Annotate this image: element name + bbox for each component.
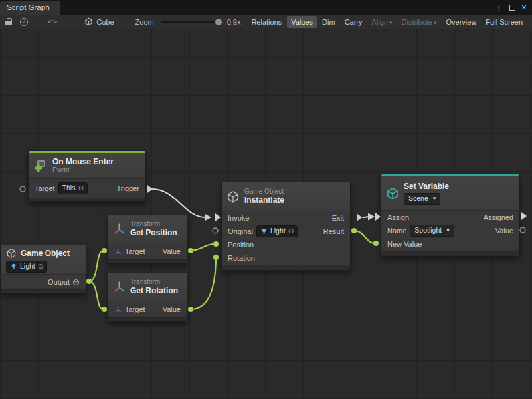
lock-icon[interactable] [5,21,12,25]
node-instantiate[interactable]: Game Object Instantiate Invoke Exit Orig… [221,182,351,271]
port-onmouseenter-trigger-out[interactable] [147,185,153,193]
node-title: Instantiate [244,196,284,205]
carry-button[interactable]: Carry [341,16,367,28]
node-set-variable[interactable]: Set Variable Scene ▾ Assign Assigned Nam… [381,174,520,257]
zoom-value: 0.9x [227,18,241,26]
output-port-label: Output [48,278,70,286]
variable-icon [386,187,399,200]
node-get-rotation[interactable]: Transform Get Rotation Target Value [108,273,187,322]
dim-button[interactable]: Dim [318,16,339,28]
port-setvariable-value-out[interactable] [520,227,525,233]
node-footer [108,259,187,263]
window-buttons: ⋮ × [495,0,532,15]
distribute-dropdown[interactable]: Distribute▾ [398,16,441,28]
wire-exit-to-assign [363,217,369,217]
original-object-chip[interactable]: Light ⊙ [256,225,298,237]
wire-arrowhead [205,214,211,221]
transform-axis-icon [114,248,122,255]
port-getrotation-value-out[interactable] [188,307,193,312]
cube-icon [72,279,80,286]
overview-button[interactable]: Overview [442,16,481,28]
node-get-position[interactable]: Transform Get Position Target Value [108,215,187,264]
name-port-label: Name [387,227,406,235]
port-getrotation-target-in[interactable] [102,307,107,312]
node-footer [1,289,86,293]
node-header: On Mouse Enter Event [29,153,145,179]
port-gameobject-output-out[interactable] [86,279,92,284]
port-getposition-target-in[interactable] [102,248,107,253]
node-footer [222,265,350,270]
cube-icon [84,17,93,26]
object-picker-icon[interactable]: ⊙ [288,227,294,235]
close-icon[interactable]: × [521,3,527,12]
chevron-down-icon: ▾ [433,195,436,203]
graph-canvas[interactable]: On Mouse Enter Event Target This ⊙ Trigg… [0,29,532,399]
node-category: Transform [130,220,177,228]
target-object-chip[interactable]: This ⊙ [58,182,88,194]
full-screen-button[interactable]: Full Screen [482,16,527,28]
light-icon [260,227,268,235]
wire-arrowhead [368,213,375,221]
exit-port-label: Exit [332,214,344,222]
node-on-mouse-enter[interactable]: On Mouse Enter Event Target This ⊙ Trigg… [28,150,146,202]
node-title: Game Object [21,249,70,258]
zoom-slider-track[interactable] [161,21,222,23]
node-title: Get Position [130,228,177,237]
relations-button[interactable]: Relations [247,16,286,28]
port-setvariable-newvalue-in[interactable] [373,241,379,246]
assigned-port-label: Assigned [484,213,513,221]
node-category: Transform [130,278,178,286]
wire-getrotation-value-to-rotation [191,259,216,309]
window-tab-bar: Script Graph ⋮ × [0,0,532,15]
node-title: On Mouse Enter [52,157,114,166]
graph-toolbar: i <> Cube Zoom 0.9x Relations Values Dim… [0,15,532,29]
target-port-label: Target [35,184,55,192]
zoom-slider[interactable] [161,18,222,26]
light-object-chip[interactable]: Light ⊙ [6,261,47,273]
object-picker-icon[interactable]: ⊙ [78,184,83,192]
node-game-object-light[interactable]: Game Object Light ⊙ Output [0,245,86,294]
align-dropdown[interactable]: Align▾ [368,16,397,28]
wire-output-to-getrotation-target [89,281,103,309]
port-instantiate-invoke-in[interactable] [215,213,221,221]
port-instantiate-original-in[interactable] [213,228,218,233]
light-icon [10,263,17,270]
graph-context-label: Cube [96,18,114,26]
target-object-value: This [62,184,76,193]
target-port-label: Target [125,305,145,313]
original-port-label: Original [228,227,253,235]
value-port-label: Value [163,305,181,313]
maximize-icon[interactable] [509,5,515,11]
graph-context[interactable]: Cube [84,17,114,26]
new-value-port-label: New Value [387,240,422,248]
wire-trigger-to-invoke [152,189,205,217]
window-menu-icon[interactable]: ⋮ [495,3,503,12]
node-category: Game Object [244,188,284,196]
port-instantiate-result-out[interactable] [351,228,357,233]
zoom-label: Zoom [135,18,154,26]
port-onmouseenter-target-in[interactable] [20,186,25,192]
values-button[interactable]: Values [287,16,317,28]
original-object-value: Light [270,227,286,236]
port-instantiate-exit-out[interactable] [357,213,362,221]
info-icon[interactable]: i [20,18,28,26]
object-picker-icon[interactable]: ⊙ [38,262,43,271]
position-port-label: Position [228,241,254,249]
port-instantiate-position-in[interactable] [213,241,219,247]
port-getposition-value-out[interactable] [188,248,193,253]
code-view-icon[interactable]: <> [48,17,58,26]
assign-port-label: Assign [387,213,409,221]
variable-name-dropdown[interactable]: Spotlight ▾ [410,225,454,237]
zoom-slider-knob[interactable] [215,19,222,25]
port-setvariable-assigned-out[interactable] [521,212,527,220]
node-title: Get Rotation [130,286,178,295]
toolbar-buttons: Relations Values Dim Carry Align▾ Distri… [247,16,527,28]
node-footer [381,251,519,256]
value-port-label: Value [163,247,181,255]
variable-scope-dropdown[interactable]: Scene ▾ [404,193,440,205]
variable-name-value: Spotlight [414,226,442,235]
port-setvariable-assign-in[interactable] [375,213,381,221]
tab-script-graph[interactable]: Script Graph [0,1,60,15]
cube-icon [6,248,17,259]
port-instantiate-rotation-in[interactable] [213,255,219,260]
